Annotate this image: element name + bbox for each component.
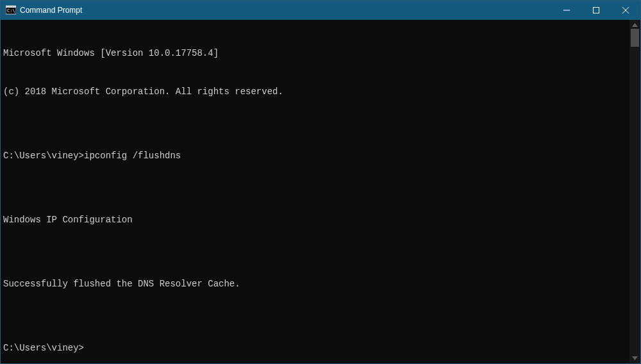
svg-text:C:\: C:\ (7, 8, 15, 13)
maximize-icon (593, 7, 599, 13)
terminal-line: (c) 2018 Microsoft Corporation. All righ… (3, 85, 627, 98)
terminal-output[interactable]: Microsoft Windows [Version 10.0.17758.4]… (1, 20, 629, 363)
terminal-line: C:\Users\viney>ipconfig /flushdns (3, 149, 627, 162)
cmd-icon: C:\ (6, 5, 16, 15)
titlebar[interactable]: C:\ Command Prompt (1, 1, 640, 20)
window-title: Command Prompt (20, 6, 552, 15)
terminal-line: Microsoft Windows [Version 10.0.17758.4] (3, 47, 627, 60)
terminal-prompt: C:\Users\viney> (3, 342, 627, 354)
minimize-icon (563, 7, 570, 13)
scroll-track[interactable] (629, 29, 640, 354)
terminal-line: Successfully flushed the DNS Resolver Ca… (3, 277, 627, 290)
vertical-scrollbar[interactable] (629, 20, 640, 363)
svg-rect-1 (6, 6, 16, 8)
scroll-up-icon[interactable] (632, 21, 638, 29)
svg-rect-4 (594, 8, 599, 13)
minimize-button[interactable] (552, 1, 581, 20)
scroll-down-icon[interactable] (632, 354, 638, 362)
terminal-line: Windows IP Configuration (3, 213, 627, 226)
window-controls (552, 1, 640, 20)
close-icon (622, 7, 629, 13)
scroll-thumb[interactable] (631, 29, 639, 47)
close-button[interactable] (611, 1, 640, 20)
content-area: Microsoft Windows [Version 10.0.17758.4]… (1, 20, 640, 363)
maximize-button[interactable] (581, 1, 611, 20)
